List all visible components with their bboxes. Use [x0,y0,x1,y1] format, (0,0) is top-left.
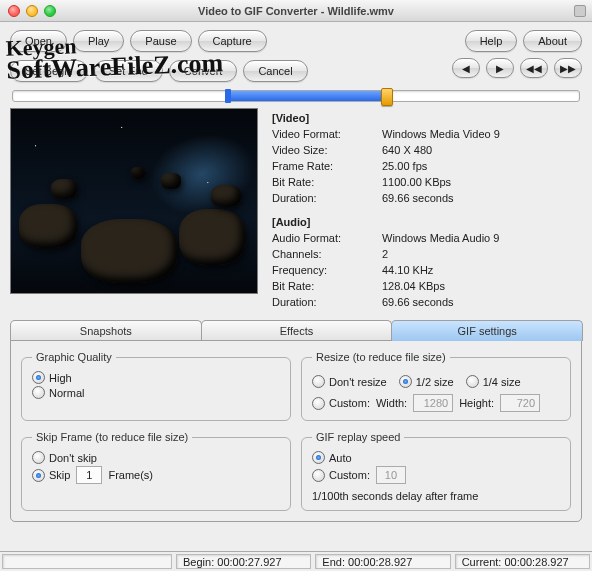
audio-channels-value: 2 [382,246,503,262]
status-end-label: End: [322,556,345,568]
frame-last-button[interactable]: ▶▶ [554,58,582,78]
video-duration-label: Duration: [272,190,382,206]
tab-effects[interactable]: Effects [201,320,393,341]
status-begin-label: Begin: [183,556,214,568]
convert-button[interactable]: Convert [169,60,238,82]
tab-bar: Snapshots Effects GIF settings [10,320,582,341]
pause-button[interactable]: Pause [130,30,191,52]
resize-none-row[interactable]: Don't resize [312,375,387,388]
video-format-label: Video Format: [272,126,382,142]
group-skip-frame: Skip Frame (to reduce file size) Don't s… [21,431,291,511]
help-button[interactable]: Help [465,30,518,52]
timeline-slider[interactable] [12,90,580,102]
play-button[interactable]: Play [73,30,124,52]
resize-custom-label: Custom: [329,397,370,409]
cancel-button[interactable]: Cancel [243,60,307,82]
replay-auto-row[interactable]: Auto [312,451,560,464]
window-title: Video to GIF Converter - Wildlife.wmv [0,5,592,17]
replay-n-input[interactable]: 10 [376,466,406,484]
frame-first-button[interactable]: ◀◀ [520,58,548,78]
resize-height-input[interactable]: 720 [500,394,540,412]
toolbar-rows: Open Play Pause Capture Set Begin Set En… [10,30,582,82]
content-area: Open Play Pause Capture Set Begin Set En… [0,22,592,526]
media-info: [Video] Video Format:Windows Media Video… [272,108,582,310]
frame-prev-button[interactable]: ◀ [452,58,480,78]
frame-next-button[interactable]: ▶ [486,58,514,78]
skip-frames-label: Frame(s) [108,469,153,481]
skip-n-row[interactable]: Skip [32,469,70,482]
quality-normal-row[interactable]: Normal [32,386,280,399]
capture-button[interactable]: Capture [198,30,267,52]
radio-icon [312,397,325,410]
status-end-value: 00:00:28.927 [348,556,412,568]
group-resize: Resize (to reduce file size) Don't resiz… [301,351,571,421]
audio-channels-label: Channels: [272,246,382,262]
about-button[interactable]: About [523,30,582,52]
tab-panel-gif: Graphic Quality High Normal Resize (to r… [10,340,582,522]
group-replay-speed: GIF replay speed Auto Custom: 10 1/100th… [301,431,571,511]
set-begin-button[interactable]: Set Begin [10,60,88,82]
radio-icon [312,375,325,388]
status-cell-empty [2,554,172,569]
audio-format-label: Audio Format: [272,230,382,246]
video-size-value: 640 X 480 [382,142,504,158]
video-bitrate-label: Bit Rate: [272,174,382,190]
playhead-thumb[interactable] [381,88,393,106]
video-info-table: Video Format:Windows Media Video 9 Video… [272,126,504,206]
audio-info-table: Audio Format:Windows Media Audio 9 Chann… [272,230,503,310]
radio-icon [32,386,45,399]
radio-icon [32,469,45,482]
replay-custom-row[interactable]: Custom: [312,469,370,482]
audio-duration-value: 69.66 seconds [382,294,503,310]
set-end-button[interactable]: Set End [94,60,163,82]
radio-icon [32,371,45,384]
radio-icon [32,451,45,464]
radio-icon [312,451,325,464]
status-end: End: 00:00:28.927 [315,554,450,569]
skip-none-row[interactable]: Don't skip [32,451,280,464]
status-current-label: Current: [462,556,502,568]
tab-gif-settings[interactable]: GIF settings [391,320,583,341]
resize-quarter-row[interactable]: 1/4 size [466,375,521,388]
replay-custom-label: Custom: [329,469,370,481]
tab-snapshots[interactable]: Snapshots [10,320,202,341]
skip-n-input[interactable]: 1 [76,466,102,484]
video-section-label: [Video] [272,110,582,126]
audio-bitrate-value: 128.04 KBps [382,278,503,294]
video-format-value: Windows Media Video 9 [382,126,504,142]
status-begin-value: 00:00:27.927 [217,556,281,568]
group-graphic-quality: Graphic Quality High Normal [21,351,291,421]
video-fps-value: 25.00 fps [382,158,504,174]
video-duration-value: 69.66 seconds [382,190,504,206]
quality-legend: Graphic Quality [32,351,116,363]
resize-quarter-label: 1/4 size [483,376,521,388]
video-fps-label: Frame Rate: [272,158,382,174]
video-preview [10,108,258,294]
replay-auto-label: Auto [329,452,352,464]
status-bar: Begin: 00:00:27.927 End: 00:00:28.927 Cu… [0,551,592,571]
resize-half-label: 1/2 size [416,376,454,388]
replay-legend: GIF replay speed [312,431,404,443]
video-size-label: Video Size: [272,142,382,158]
resize-custom-row[interactable]: Custom: [312,397,370,410]
resize-width-label: Width: [376,397,407,409]
status-begin: Begin: 00:00:27.927 [176,554,311,569]
radio-icon [399,375,412,388]
skip-label: Skip [49,469,70,481]
resize-width-input[interactable]: 1280 [413,394,453,412]
quality-normal-label: Normal [49,387,84,399]
range-start-handle[interactable] [225,89,231,103]
radio-icon [466,375,479,388]
audio-frequency-label: Frequency: [272,262,382,278]
skip-legend: Skip Frame (to reduce file size) [32,431,192,443]
status-current: Current: 00:00:28.927 [455,554,590,569]
toolbar-right: Help About ◀ ▶ ◀◀ ▶▶ [452,30,582,78]
open-button[interactable]: Open [10,30,67,52]
quality-high-row[interactable]: High [32,371,280,384]
resize-half-row[interactable]: 1/2 size [399,375,454,388]
audio-format-value: Windows Media Audio 9 [382,230,503,246]
titlebar: Video to GIF Converter - Wildlife.wmv [0,0,592,22]
audio-frequency-value: 44.10 KHz [382,262,503,278]
status-current-value: 00:00:28.927 [504,556,568,568]
skip-none-label: Don't skip [49,452,97,464]
